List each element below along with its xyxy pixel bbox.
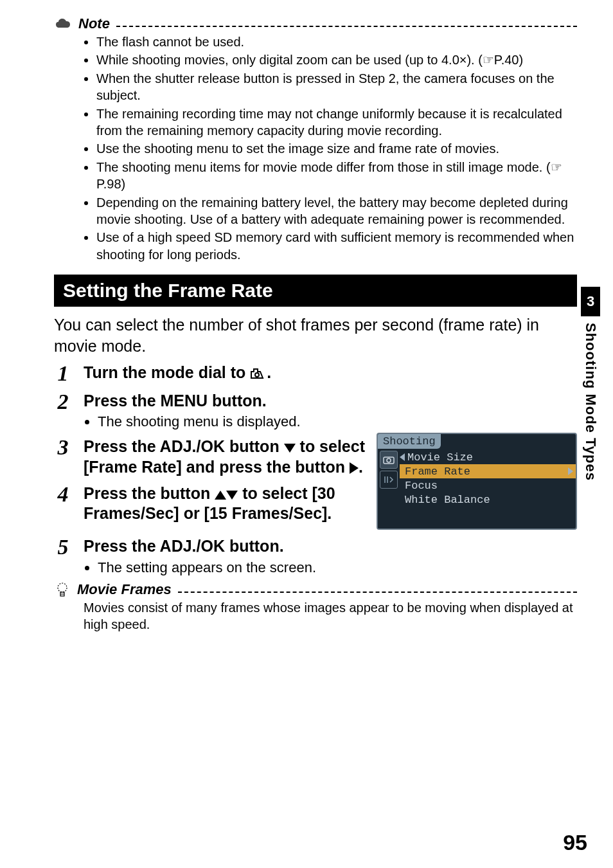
note-item: The flash cannot be used. [96, 33, 577, 50]
down-arrow-icon [284, 444, 296, 453]
screenshot-row-label: Frame Rate [405, 466, 470, 478]
screenshot-tab-camera [380, 451, 398, 469]
note-item: While shooting movies, only digital zoom… [96, 51, 577, 68]
tip-label: Movie Frames [77, 581, 172, 598]
left-arrow-icon [400, 453, 405, 461]
step-2-title: Press the MENU button. [84, 391, 577, 411]
note-dash-line [116, 26, 577, 27]
note-item: The remaining recording time may not cha… [96, 105, 577, 140]
screenshot-header: Shooting [378, 434, 441, 449]
note-item: The shooting menu items for movie mode d… [96, 159, 577, 193]
screenshot-row: White Balance [400, 493, 576, 507]
side-tab: 3 Shooting Mode Types [581, 287, 600, 481]
screenshot-row-label: Movie Size [407, 451, 473, 464]
step-5-title: Press the ADJ./OK button. [84, 536, 577, 556]
screenshot-row: Focus [400, 478, 576, 493]
screenshot-row: Movie Size [400, 450, 576, 464]
note-cloud-icon [54, 17, 72, 30]
tip-text: Movies consist of many frames whose imag… [84, 599, 577, 633]
step-3-title: Press the ADJ./OK button to select [Fram… [84, 437, 365, 477]
step-number-1: 1 [54, 363, 72, 384]
tools-icon [383, 475, 395, 484]
step-4-title: Press the button to select [30 Frames/Se… [84, 484, 365, 524]
note-list: The flash cannot be used. While shooting… [54, 33, 577, 263]
lightbulb-icon [54, 580, 71, 599]
screenshot-tab-setup [380, 471, 398, 489]
camera-menu-screenshot: Shooting Movie Size Frame Rate Focus Whi… [377, 433, 577, 530]
side-chapter-number: 3 [581, 287, 600, 316]
step-number-2: 2 [54, 391, 72, 430]
down-arrow-icon [226, 491, 238, 500]
screenshot-row-label: White Balance [405, 494, 490, 506]
right-arrow-icon [350, 462, 359, 474]
screenshot-row-label: Focus [405, 480, 438, 492]
tip-dash-line [178, 592, 577, 593]
screenshot-tabs [378, 449, 400, 529]
movie-mode-icon [250, 364, 267, 375]
camera-icon [383, 455, 395, 464]
svg-point-0 [255, 373, 259, 377]
screenshot-row-selected: Frame Rate [400, 464, 576, 478]
step-number-4: 4 [54, 484, 72, 524]
step-2-sub: The shooting menu is displayed. [98, 413, 577, 430]
step-1-title: Turn the mode dial to . [84, 363, 577, 383]
step-5-sub: The setting appears on the screen. [98, 559, 577, 576]
step-3-text-c: . [359, 458, 363, 476]
note-item: Depending on the remaining battery level… [96, 194, 577, 228]
svg-point-3 [58, 583, 67, 592]
side-chapter-title: Shooting Mode Types [582, 323, 599, 481]
step-4-text-a: Press the button [84, 484, 215, 502]
note-item: Use of a high speed SD memory card with … [96, 229, 577, 263]
page-number: 95 [563, 830, 587, 855]
up-arrow-icon [215, 491, 226, 500]
intro-text: You can select the number of shot frames… [54, 314, 577, 356]
note-item: When the shutter release button is press… [96, 70, 577, 104]
step-1-text-a: Turn the mode dial to [84, 363, 250, 381]
step-number-5: 5 [54, 536, 72, 575]
right-arrow-icon [568, 467, 573, 475]
note-label: Note [78, 15, 110, 32]
step-number-3: 3 [54, 437, 72, 477]
step-1-text-b: . [267, 363, 271, 381]
step-3-text-a: Press the ADJ./OK button [84, 437, 284, 455]
svg-point-2 [387, 458, 391, 462]
section-title: Setting the Frame Rate [54, 275, 577, 307]
note-item: Use the shooting menu to set the image s… [96, 140, 577, 157]
